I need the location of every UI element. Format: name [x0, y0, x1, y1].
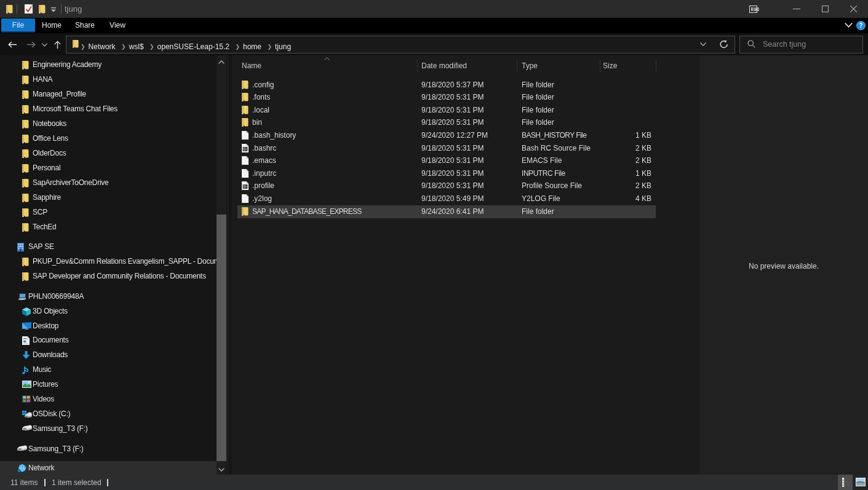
svg-text:?: ? [859, 22, 862, 29]
